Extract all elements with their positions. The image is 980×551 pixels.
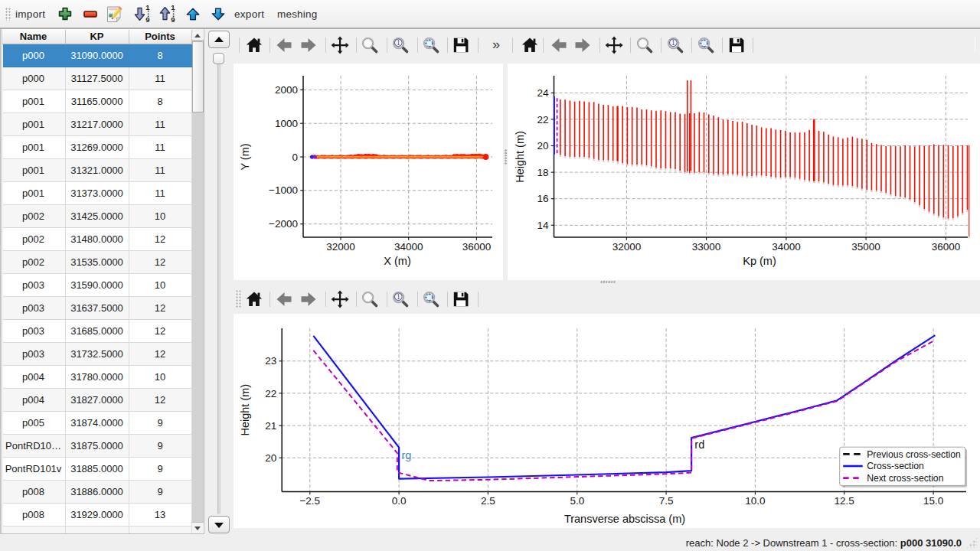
- svg-text:−2.5: −2.5: [299, 495, 320, 507]
- svg-text:36000: 36000: [932, 241, 961, 253]
- svg-text:0.0: 0.0: [392, 495, 407, 507]
- svg-text:20: 20: [265, 452, 276, 464]
- svg-text:10.0: 10.0: [745, 495, 765, 507]
- svg-text:0: 0: [292, 152, 298, 163]
- svg-text:Height (m): Height (m): [514, 131, 526, 183]
- svg-text:Next cross-section: Next cross-section: [867, 473, 943, 484]
- svg-text:22: 22: [537, 114, 548, 126]
- svg-text:Previous cross-section: Previous cross-section: [867, 449, 961, 460]
- svg-text:24: 24: [537, 87, 549, 99]
- svg-text:20: 20: [537, 140, 548, 152]
- svg-text:34000: 34000: [772, 241, 801, 253]
- svg-text:22: 22: [265, 388, 276, 399]
- svg-text:5.0: 5.0: [570, 495, 584, 507]
- svg-text:36000: 36000: [462, 241, 492, 253]
- svg-text:15.0: 15.0: [923, 495, 943, 507]
- svg-text:7.5: 7.5: [659, 495, 674, 507]
- svg-text:18: 18: [537, 167, 548, 178]
- svg-text:−1000: −1000: [269, 184, 298, 196]
- svg-text:Cross-section: Cross-section: [867, 461, 924, 471]
- svg-text:33000: 33000: [692, 241, 721, 253]
- svg-text:2000: 2000: [275, 84, 298, 96]
- svg-text:35000: 35000: [851, 241, 880, 253]
- svg-text:16: 16: [537, 193, 548, 204]
- svg-text:Transverse abscissa (m): Transverse abscissa (m): [564, 513, 685, 525]
- svg-text:32000: 32000: [326, 241, 355, 253]
- svg-text:Kp (m): Kp (m): [743, 255, 776, 267]
- svg-text:rd: rd: [694, 439, 704, 451]
- svg-text:23: 23: [265, 355, 276, 367]
- svg-text:1: 1: [397, 293, 400, 301]
- svg-text:Height (m): Height (m): [239, 384, 251, 436]
- svg-text:1: 1: [397, 39, 400, 47]
- svg-text:34000: 34000: [394, 241, 423, 253]
- svg-text:32000: 32000: [612, 241, 642, 253]
- svg-text:1000: 1000: [275, 118, 298, 129]
- svg-text:rg: rg: [401, 449, 411, 461]
- svg-text:12.5: 12.5: [835, 495, 854, 507]
- svg-text:X (m): X (m): [384, 255, 410, 267]
- svg-text:−2000: −2000: [269, 218, 298, 230]
- svg-text:21: 21: [265, 420, 276, 432]
- svg-text:Y (m): Y (m): [239, 143, 251, 170]
- svg-text:14: 14: [537, 220, 549, 231]
- svg-text:1: 1: [671, 39, 675, 47]
- svg-text:2.5: 2.5: [481, 495, 495, 507]
